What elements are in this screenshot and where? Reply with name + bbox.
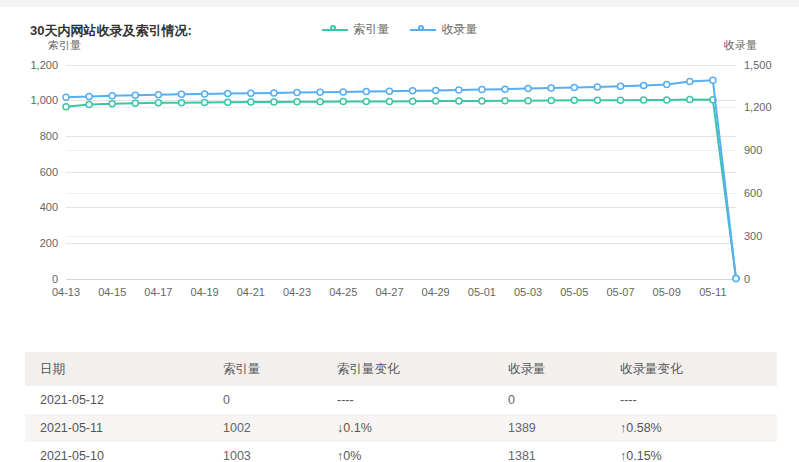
right-axis-title: 收录量 — [724, 38, 757, 53]
daily-stats-table: 日期 索引量 索引量变化 收录量 收录量变化 2021-05-12 0 ----… — [25, 352, 777, 462]
svg-text:04-21: 04-21 — [237, 286, 265, 298]
index-inclusion-chart: 02004006008001,0001,20003006009001,2001,… — [0, 7, 799, 317]
svg-text:900: 900 — [744, 144, 762, 156]
left-axis-title: 索引量 — [48, 38, 81, 53]
legend-item-index[interactable]: 索引量 — [322, 21, 390, 38]
header-included-change: 收录量变化 — [605, 352, 777, 386]
cell-included: 1381 — [493, 442, 605, 462]
svg-text:04-15: 04-15 — [98, 286, 126, 298]
table-row: 2021-05-11 1002 ↓0.1% 1389 ↑0.58% — [25, 414, 777, 442]
header-index-change: 索引量变化 — [322, 352, 493, 386]
svg-text:04-13: 04-13 — [52, 286, 80, 298]
svg-text:200: 200 — [40, 237, 58, 249]
cell-included: 0 — [493, 386, 605, 414]
table-row: 2021-05-10 1003 ↑0% 1381 ↑0.15% — [25, 442, 777, 462]
svg-text:05-05: 05-05 — [560, 286, 588, 298]
legend-item-included[interactable]: 收录量 — [410, 21, 478, 38]
cell-index-change: ↓0.1% — [322, 414, 493, 442]
legend-marker-index-icon — [322, 25, 348, 35]
table-row: 2021-05-12 0 ---- 0 ---- — [25, 386, 777, 414]
header-index: 索引量 — [208, 352, 322, 386]
legend-label-included: 收录量 — [442, 21, 478, 38]
header-included: 收录量 — [493, 352, 605, 386]
svg-text:1,500: 1,500 — [744, 59, 772, 71]
table-header-row: 日期 索引量 索引量变化 收录量 收录量变化 — [25, 352, 777, 386]
svg-text:04-19: 04-19 — [191, 286, 219, 298]
svg-text:400: 400 — [40, 201, 58, 213]
cell-included-change: ↑0.15% — [605, 442, 777, 462]
svg-text:1,200: 1,200 — [30, 59, 58, 71]
legend-marker-included-icon — [410, 25, 436, 35]
cell-index-change: ---- — [322, 386, 493, 414]
svg-text:05-01: 05-01 — [468, 286, 496, 298]
cell-included-change: ↑0.58% — [605, 414, 777, 442]
svg-text:600: 600 — [744, 187, 762, 199]
legend-label-index: 索引量 — [354, 21, 390, 38]
svg-text:0: 0 — [52, 273, 58, 285]
svg-text:04-23: 04-23 — [283, 286, 311, 298]
chart-legend: 索引量 收录量 — [0, 21, 799, 38]
cell-date: 2021-05-11 — [25, 414, 208, 442]
cell-date: 2021-05-12 — [25, 386, 208, 414]
svg-text:05-11: 05-11 — [699, 286, 726, 298]
svg-text:05-09: 05-09 — [653, 286, 681, 298]
svg-text:04-27: 04-27 — [375, 286, 403, 298]
svg-text:800: 800 — [40, 130, 58, 142]
cell-index: 1002 — [208, 414, 322, 442]
svg-text:04-25: 04-25 — [329, 286, 357, 298]
svg-text:1,000: 1,000 — [30, 94, 58, 106]
svg-text:04-29: 04-29 — [422, 286, 450, 298]
cell-index: 0 — [208, 386, 322, 414]
header-date: 日期 — [25, 352, 208, 386]
cell-index: 1003 — [208, 442, 322, 462]
svg-text:05-07: 05-07 — [606, 286, 634, 298]
svg-text:04-17: 04-17 — [144, 286, 172, 298]
svg-text:0: 0 — [744, 273, 750, 285]
svg-text:300: 300 — [744, 230, 762, 242]
svg-text:1,200: 1,200 — [744, 101, 772, 113]
line-chart-svg: 02004006008001,0001,20003006009001,2001,… — [0, 7, 799, 317]
svg-text:600: 600 — [40, 166, 58, 178]
top-strip — [0, 0, 799, 7]
svg-text:05-03: 05-03 — [514, 286, 542, 298]
cell-date: 2021-05-10 — [25, 442, 208, 462]
cell-included-change: ---- — [605, 386, 777, 414]
cell-included: 1389 — [493, 414, 605, 442]
cell-index-change: ↑0% — [322, 442, 493, 462]
